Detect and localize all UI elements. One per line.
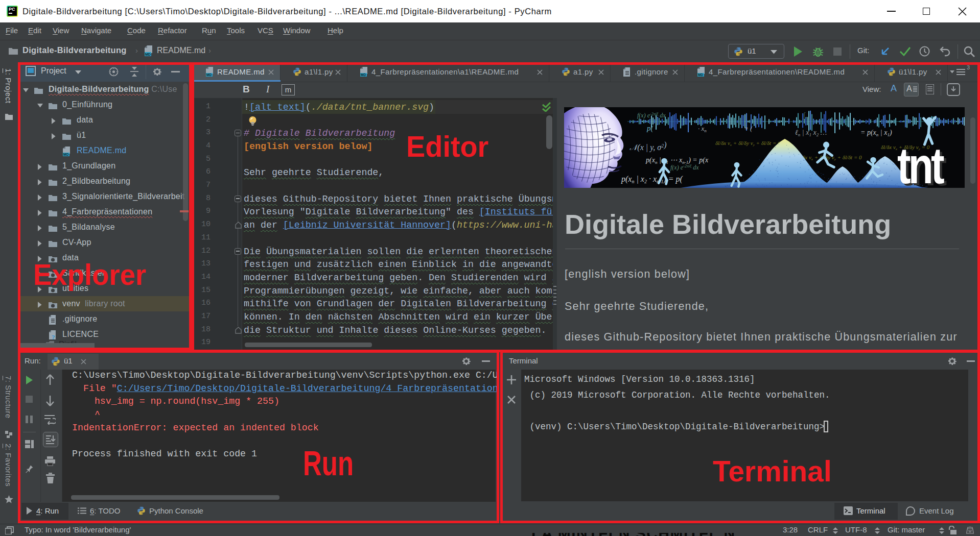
svg-text:MD: MD — [145, 53, 151, 56]
